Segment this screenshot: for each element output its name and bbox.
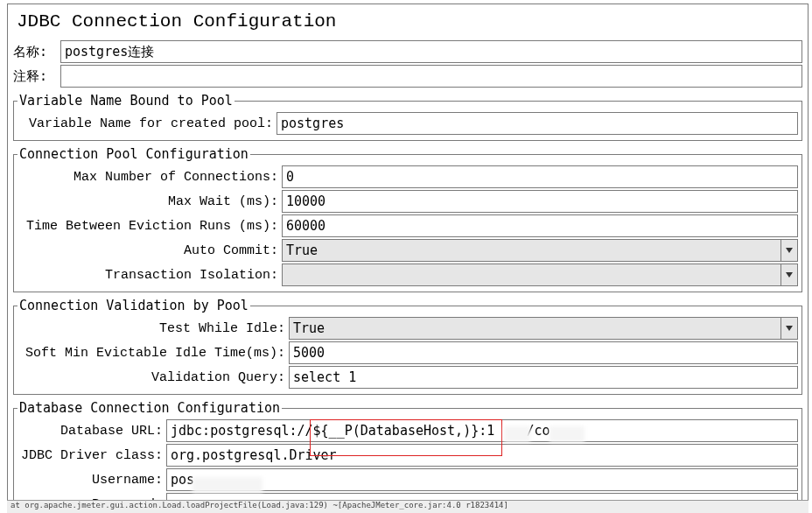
driver-label: JDBC Driver class:: [18, 448, 166, 463]
username-label: Username:: [18, 473, 166, 488]
auto-commit-select[interactable]: True: [282, 239, 798, 262]
group-database: Database Connection Configuration Databa…: [13, 400, 802, 513]
validation-query-label: Validation Query:: [18, 370, 289, 385]
max-wait-input[interactable]: [282, 190, 798, 213]
comment-label: 注释:: [13, 68, 60, 85]
validation-query-input[interactable]: [289, 366, 798, 389]
group-connection-pool: Connection Pool Configuration Max Number…: [13, 146, 802, 292]
var-name-label: Variable Name for created pool:: [18, 116, 276, 131]
group-validation: Connection Validation by Pool Test While…: [13, 298, 802, 395]
page-title: JDBC Connection Configuration: [13, 4, 802, 39]
db-url-label: Database URL:: [18, 424, 166, 439]
evict-input[interactable]: [282, 214, 798, 237]
name-label: 名称:: [13, 44, 60, 60]
var-name-input[interactable]: [276, 112, 798, 135]
group-variable-pool-legend: Variable Name Bound to Pool: [18, 93, 234, 109]
driver-input[interactable]: [166, 444, 798, 467]
max-conn-label: Max Number of Connections:: [18, 170, 282, 185]
test-idle-label: Test While Idle:: [18, 321, 289, 336]
chevron-down-icon[interactable]: [780, 240, 797, 261]
group-validation-legend: Connection Validation by Pool: [18, 298, 250, 313]
comment-input[interactable]: [60, 65, 802, 88]
username-input[interactable]: [166, 468, 798, 491]
auto-commit-label: Auto Commit:: [18, 243, 282, 258]
group-variable-pool: Variable Name Bound to Pool Variable Nam…: [13, 93, 802, 141]
name-input[interactable]: [60, 40, 802, 63]
soft-min-label: Soft Min Evictable Idle Time(ms):: [18, 346, 289, 361]
group-connection-pool-legend: Connection Pool Configuration: [18, 146, 250, 162]
soft-min-input[interactable]: [289, 341, 798, 364]
max-wait-label: Max Wait (ms):: [18, 194, 282, 209]
db-url-input[interactable]: [166, 419, 798, 442]
test-idle-value: True: [290, 320, 780, 336]
evict-label: Time Between Eviction Runs (ms):: [18, 219, 282, 234]
log-footer: at org.apache.jmeter.gui.action.Load.loa…: [7, 500, 808, 513]
max-conn-input[interactable]: [282, 165, 798, 188]
txn-iso-select[interactable]: [282, 264, 798, 286]
config-panel: JDBC Connection Configuration 名称: 注释: Va…: [7, 4, 808, 513]
txn-iso-label: Transaction Isolation:: [18, 268, 282, 283]
group-database-legend: Database Connection Configuration: [18, 400, 282, 416]
chevron-down-icon[interactable]: [780, 318, 797, 339]
chevron-down-icon[interactable]: [780, 264, 797, 285]
test-idle-select[interactable]: True: [289, 317, 798, 340]
auto-commit-value: True: [283, 242, 780, 258]
